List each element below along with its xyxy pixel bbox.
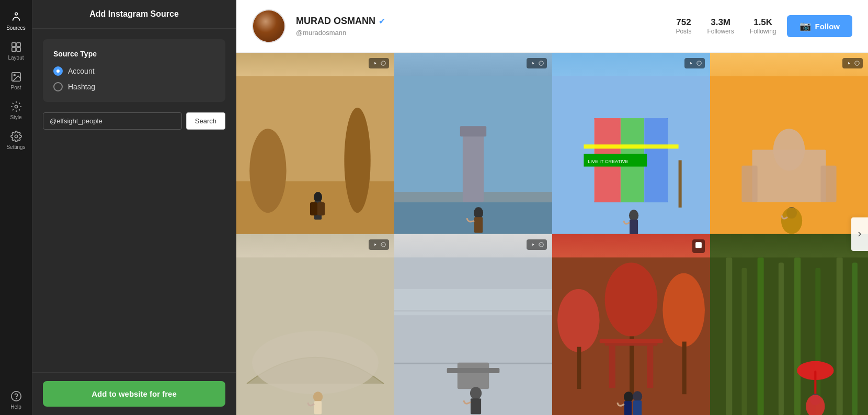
svg-rect-57 <box>458 362 489 388</box>
sidebar-item-settings[interactable]: Settings <box>0 124 32 154</box>
posts-stat: 752 Posts <box>676 17 691 35</box>
svg-rect-72 <box>647 345 653 388</box>
video-badge-5 <box>369 239 389 250</box>
svg-point-42 <box>773 129 805 171</box>
hashtag-label: Hashtag <box>68 83 95 91</box>
svg-point-61 <box>539 242 543 246</box>
add-to-website-button[interactable]: Add to website for free <box>43 381 225 407</box>
next-arrow[interactable] <box>851 217 868 251</box>
svg-point-7 <box>14 74 15 76</box>
svg-rect-86 <box>852 262 858 415</box>
search-row: Search <box>43 112 225 130</box>
follow-button[interactable]: 📷 Follow <box>787 15 853 37</box>
svg-point-27 <box>539 61 543 65</box>
account-radio[interactable] <box>53 66 63 76</box>
svg-rect-80 <box>741 268 747 415</box>
svg-rect-85 <box>837 257 843 415</box>
svg-rect-55 <box>394 362 552 364</box>
sidebar-item-post[interactable]: Post <box>0 65 32 95</box>
svg-rect-4 <box>12 48 15 51</box>
svg-point-25 <box>474 207 483 218</box>
sidebar-label-settings: Settings <box>6 144 25 150</box>
video-badge-6 <box>527 239 547 250</box>
sidebar-item-layout[interactable]: Layout <box>0 35 32 65</box>
svg-rect-60 <box>471 398 481 414</box>
photo-cell-7[interactable] <box>552 234 710 416</box>
svg-rect-48 <box>236 257 394 415</box>
svg-rect-53 <box>394 257 552 415</box>
svg-point-63 <box>557 289 600 352</box>
svg-rect-41 <box>752 149 826 202</box>
source-type-card: Source Type Account Hashtag <box>43 39 225 102</box>
svg-point-47 <box>855 61 859 65</box>
photo-cell-1[interactable] <box>236 53 394 234</box>
photo-cell-3[interactable]: LIVE IT CREATIVE <box>552 53 710 234</box>
svg-rect-32 <box>644 118 668 202</box>
account-label: Account <box>68 67 95 75</box>
svg-rect-75 <box>624 401 632 415</box>
svg-point-59 <box>470 387 482 399</box>
follow-label: Follow <box>815 22 840 31</box>
svg-point-73 <box>624 391 633 402</box>
photo-cell-2[interactable] <box>394 53 552 234</box>
svg-rect-44 <box>820 166 836 202</box>
hashtag-radio[interactable] <box>53 82 63 91</box>
source-type-heading: Source Type <box>53 50 215 58</box>
avatar <box>252 9 285 43</box>
svg-point-50 <box>313 391 323 402</box>
following-label: Following <box>750 28 776 35</box>
svg-point-49 <box>252 331 379 394</box>
svg-rect-56 <box>394 289 552 315</box>
photo-cell-5[interactable] <box>236 234 394 416</box>
followers-label: Followers <box>707 28 734 35</box>
video-badge-1 <box>369 58 389 68</box>
instagram-icon: 📷 <box>800 20 811 32</box>
video-badge-2 <box>527 58 547 68</box>
search-input[interactable] <box>43 112 182 130</box>
svg-rect-2 <box>12 43 15 47</box>
svg-text:LIVE IT CREATIVE: LIVE IT CREATIVE <box>588 159 628 164</box>
photo-cell-6[interactable] <box>394 234 552 416</box>
sidebar-label-layout: Layout <box>8 55 24 61</box>
sidebar-item-sources[interactable]: Sources <box>0 5 32 35</box>
svg-rect-23 <box>460 126 486 136</box>
svg-point-45 <box>786 207 797 218</box>
sidebar-label-sources: Sources <box>6 25 26 31</box>
svg-rect-76 <box>633 400 642 415</box>
profile-handle: @muradosmann <box>296 29 665 37</box>
account-option[interactable]: Account <box>53 66 215 76</box>
svg-rect-88 <box>814 370 816 396</box>
help-button[interactable]: Help <box>0 385 32 415</box>
photo-grid: LIVE IT CREATIVE <box>236 53 868 415</box>
followers-count: 3.3M <box>707 17 734 28</box>
svg-rect-40 <box>710 76 868 234</box>
sidebar-item-style[interactable]: Style <box>0 95 32 124</box>
main-content: MURAD OSMANN ✔ @muradosmann 752 Posts 3.… <box>236 0 868 415</box>
following-count: 1.5K <box>750 17 776 28</box>
search-button[interactable]: Search <box>186 112 225 130</box>
svg-rect-69 <box>605 341 658 345</box>
hashtag-option[interactable]: Hashtag <box>53 82 215 91</box>
panel-footer: Add to website for free <box>32 372 236 415</box>
photo-cell-8[interactable] <box>710 234 868 416</box>
verified-icon: ✔ <box>379 16 385 26</box>
profile-info: MURAD OSMANN ✔ @muradosmann <box>296 16 665 37</box>
svg-rect-26 <box>474 217 483 233</box>
svg-rect-3 <box>16 43 20 47</box>
panel-title: Add Instagram Source <box>32 0 236 29</box>
svg-rect-70 <box>600 339 663 343</box>
svg-point-65 <box>605 262 658 336</box>
svg-point-52 <box>381 242 385 246</box>
svg-rect-68 <box>630 336 634 394</box>
svg-point-37 <box>629 210 638 221</box>
svg-rect-16 <box>314 201 322 220</box>
svg-point-46 <box>781 208 802 234</box>
svg-rect-67 <box>682 341 687 394</box>
svg-rect-66 <box>577 347 581 389</box>
svg-rect-71 <box>609 345 615 388</box>
photo-cell-4[interactable] <box>710 53 868 234</box>
svg-point-74 <box>633 391 642 401</box>
svg-point-8 <box>15 105 18 108</box>
svg-point-13 <box>249 129 286 213</box>
svg-rect-81 <box>758 257 764 415</box>
